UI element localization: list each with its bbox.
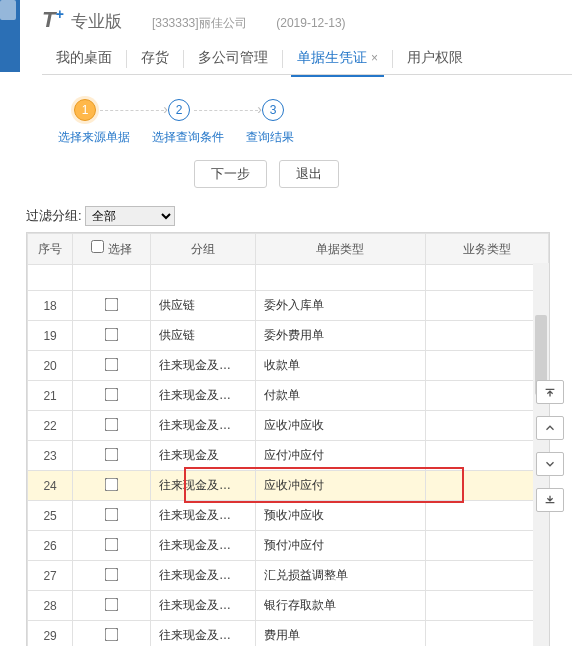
cell-seq: 28 [28,591,73,621]
row-checkbox[interactable] [105,298,119,312]
table-row[interactable]: 22往来现金及…应收冲应收 [28,411,549,441]
cell-seq: 27 [28,561,73,591]
cell-seq: 21 [28,381,73,411]
brand-logo: T+ [42,6,64,33]
cell-select[interactable] [73,321,151,351]
edition-label: 专业版 [71,12,122,31]
row-checkbox[interactable] [105,628,119,642]
table-row[interactable]: 25往来现金及…预收冲应收 [28,501,549,531]
move-top-button[interactable] [536,380,564,404]
app-sidebar-stub [0,0,20,72]
exit-button[interactable]: 退出 [279,160,339,188]
cell-type: 应收冲应付 [255,471,425,501]
cell-select[interactable] [73,411,151,441]
cell-select[interactable] [73,531,151,561]
wizard-step-3[interactable]: 3 [262,99,284,121]
company-label: [333333]丽佳公司 [152,16,247,30]
cell-biz [425,291,548,321]
table-row[interactable]: 19供应链委外费用单 [28,321,549,351]
row-checkbox[interactable] [105,448,119,462]
header-date: (2019-12-13) [276,16,345,30]
cell-select[interactable] [73,291,151,321]
row-checkbox[interactable] [105,418,119,432]
wizard-step-2[interactable]: 2 [168,99,190,121]
cell-seq: 18 [28,291,73,321]
table-row[interactable]: 27往来现金及…汇兑损益调整单 [28,561,549,591]
row-checkbox[interactable] [105,478,119,492]
col-seq[interactable]: 序号 [28,234,73,265]
tab-2[interactable]: 多公司管理 [184,41,282,76]
tab-0[interactable]: 我的桌面 [42,41,126,76]
cell-biz [425,531,548,561]
table-row[interactable]: 26往来现金及…预付冲应付 [28,531,549,561]
move-down-button[interactable] [536,452,564,476]
cell-type: 应付冲应付 [255,441,425,471]
cell-biz [425,501,548,531]
row-checkbox[interactable] [105,328,119,342]
cell-select[interactable] [73,591,151,621]
move-bottom-button[interactable] [536,488,564,512]
select-all-checkbox[interactable] [91,240,104,253]
cell-group: 往来现金及… [151,591,256,621]
table-row[interactable]: 21往来现金及…付款单 [28,381,549,411]
cell-group: 供应链 [151,291,256,321]
cell-type: 委外费用单 [255,321,425,351]
cell-group: 往来现金及 [151,441,256,471]
cell-select[interactable] [73,471,151,501]
col-select[interactable]: 选择 [73,234,151,265]
reorder-buttons [536,380,564,512]
move-up-button[interactable] [536,416,564,440]
cell-select[interactable] [73,441,151,471]
row-checkbox[interactable] [105,388,119,402]
main-tabs: 我的桌面存货多公司管理单据生凭证×用户权限 [42,41,572,75]
cell-seq: 24 [28,471,73,501]
col-group[interactable]: 分组 [151,234,256,265]
cell-type: 预付冲应付 [255,531,425,561]
row-checkbox[interactable] [105,598,119,612]
cell-select[interactable] [73,561,151,591]
cell-type: 汇兑损益调整单 [255,561,425,591]
tab-4[interactable]: 用户权限 [393,41,477,76]
cell-seq: 25 [28,501,73,531]
cell-type: 委外入库单 [255,291,425,321]
cell-select[interactable] [73,501,151,531]
table-row[interactable] [28,265,549,291]
cell-biz [425,411,548,441]
wizard-step-2-label: 选择查询条件 [152,129,224,146]
next-button[interactable]: 下一步 [194,160,267,188]
row-checkbox[interactable] [105,538,119,552]
filter-row: 过滤分组: 全部 [26,206,572,226]
table-row[interactable]: 24往来现金及…应收冲应付 [28,471,549,501]
cell-type: 应收冲应收 [255,411,425,441]
row-checkbox[interactable] [105,508,119,522]
row-checkbox[interactable] [105,568,119,582]
tab-1[interactable]: 存货 [127,41,183,76]
table-row[interactable]: 28往来现金及…银行存取款单 [28,591,549,621]
row-checkbox[interactable] [105,358,119,372]
cell-seq: 20 [28,351,73,381]
table-row[interactable]: 29往来现金及…费用单 [28,621,549,646]
cell-biz [425,321,548,351]
filter-label: 过滤分组: [26,208,82,223]
table-row[interactable]: 20往来现金及…收款单 [28,351,549,381]
col-biz[interactable]: 业务类型 [425,234,548,265]
table-row[interactable]: 18供应链委外入库单 [28,291,549,321]
cell-type: 收款单 [255,351,425,381]
table-row[interactable]: 23往来现金及应付冲应付 [28,441,549,471]
cell-group: 往来现金及… [151,501,256,531]
cell-group: 往来现金及… [151,561,256,591]
cell-group: 供应链 [151,321,256,351]
cell-type: 付款单 [255,381,425,411]
filter-group-select[interactable]: 全部 [85,206,175,226]
wizard-steps: 1 2 3 选择来源单据 选择查询条件 查询结果 下一步 退出 [74,99,572,188]
cell-select[interactable] [73,351,151,381]
wizard-step-3-label: 查询结果 [246,129,294,146]
wizard-step-1[interactable]: 1 [74,99,96,121]
col-type[interactable]: 单据类型 [255,234,425,265]
tab-3[interactable]: 单据生凭证× [283,41,392,76]
cell-biz [425,621,548,646]
cell-select[interactable] [73,381,151,411]
cell-select[interactable] [73,621,151,646]
cell-seq: 19 [28,321,73,351]
close-icon[interactable]: × [371,51,378,65]
